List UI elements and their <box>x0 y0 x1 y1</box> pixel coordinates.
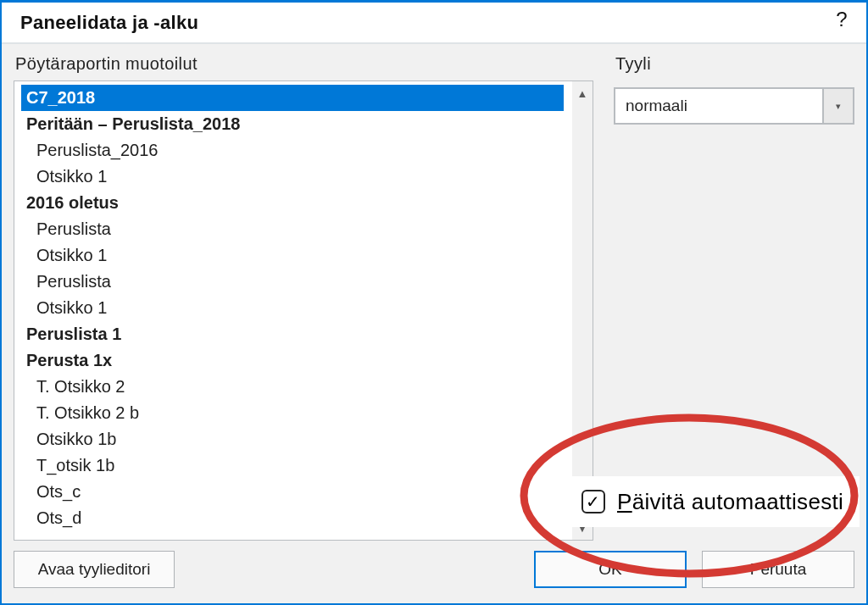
list-item[interactable]: Otsikko 1 <box>21 295 564 321</box>
list-item[interactable]: Peruslista_2016 <box>21 137 564 164</box>
cancel-button[interactable]: Peruuta <box>702 551 854 588</box>
auto-update-checkbox[interactable]: ✓ Päivitä automaattisesti <box>563 476 860 527</box>
list-item[interactable]: 2016 oletus <box>21 190 564 216</box>
list-item[interactable]: Peritään – Peruslista_2018 <box>21 111 564 137</box>
open-style-editor-button[interactable]: Avaa tyylieditori <box>14 551 175 588</box>
auto-update-label: Päivitä automaattisesti <box>617 489 843 515</box>
scroll-up-icon[interactable]: ▲ <box>572 81 593 105</box>
list-item[interactable]: Peruslista <box>21 216 564 242</box>
style-section-label: Tyyli <box>615 54 853 74</box>
list-item[interactable]: T. Otsikko 2 b <box>21 400 564 426</box>
chevron-down-icon[interactable]: ▾ <box>824 87 854 125</box>
checkmark-icon: ✓ <box>586 493 600 510</box>
list-item[interactable]: Otsikko 1 <box>21 164 564 190</box>
help-icon[interactable]: ? <box>836 8 848 31</box>
checkbox-icon[interactable]: ✓ <box>581 490 605 513</box>
ok-button[interactable]: OK <box>534 551 687 588</box>
list-item[interactable]: Ots_c <box>21 479 564 505</box>
list-item[interactable]: T_otsik 1b <box>21 452 564 479</box>
list-item[interactable]: Perusta 1x <box>21 347 564 374</box>
list-item[interactable]: Otsikko 1b <box>21 426 564 452</box>
list-item[interactable]: C7_2018 <box>21 85 564 111</box>
style-listbox[interactable]: C7_2018Peritään – Peruslista_2018Perusli… <box>14 80 593 541</box>
list-item[interactable]: Peruslista 1 <box>21 321 564 347</box>
style-dropdown[interactable]: normaali ▾ <box>614 87 854 125</box>
list-item[interactable]: T. Otsikko 2 <box>21 374 564 400</box>
dialog-title: Paneelidata ja -alku <box>20 12 198 34</box>
list-item[interactable]: Otsikko 1 <box>21 242 564 269</box>
list-item[interactable]: Peruslista <box>21 269 564 295</box>
scrollbar[interactable]: ▲ ▼ <box>572 81 593 540</box>
list-section-label: Pöytäraportin muotoilut <box>15 54 592 74</box>
dialog-titlebar: Paneelidata ja -alku ? <box>2 3 866 44</box>
style-listbox-inner[interactable]: C7_2018Peritään – Peruslista_2018Perusli… <box>14 81 567 540</box>
list-item[interactable]: Ots_d <box>21 505 564 531</box>
scroll-track[interactable] <box>572 105 593 516</box>
style-dropdown-value[interactable]: normaali <box>614 87 824 125</box>
